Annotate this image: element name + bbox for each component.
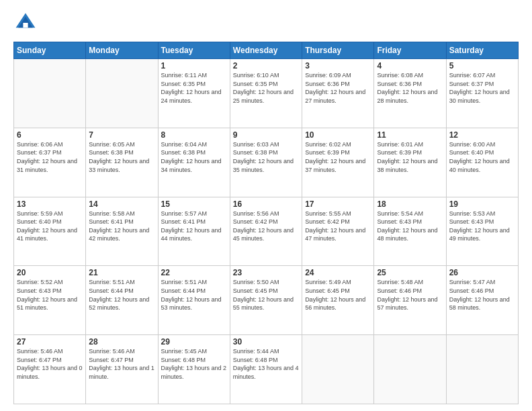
day-number: 24 xyxy=(305,268,371,277)
day-info: Sunrise: 5:50 AMSunset: 6:45 PMDaylight:… xyxy=(233,278,299,312)
calendar-cell: 17Sunrise: 5:55 AMSunset: 6:42 PMDayligh… xyxy=(302,197,374,266)
calendar-cell: 30Sunrise: 5:44 AMSunset: 6:48 PMDayligh… xyxy=(230,335,302,404)
calendar-cell: 3Sunrise: 6:09 AMSunset: 6:36 PMDaylight… xyxy=(302,59,374,128)
day-number: 28 xyxy=(89,337,154,347)
calendar-cell xyxy=(446,335,518,404)
week-row-2: 6Sunrise: 6:06 AMSunset: 6:37 PMDaylight… xyxy=(14,128,519,197)
day-info: Sunrise: 6:09 AMSunset: 6:36 PMDaylight:… xyxy=(305,71,371,105)
day-info: Sunrise: 6:05 AMSunset: 6:38 PMDaylight:… xyxy=(89,140,154,174)
day-info: Sunrise: 5:57 AMSunset: 6:41 PMDaylight:… xyxy=(161,210,227,243)
day-info: Sunrise: 5:53 AMSunset: 6:43 PMDaylight:… xyxy=(449,210,515,243)
day-number: 16 xyxy=(233,199,299,209)
day-number: 17 xyxy=(305,199,371,209)
day-info: Sunrise: 6:00 AMSunset: 6:40 PMDaylight:… xyxy=(449,140,515,174)
calendar-cell: 15Sunrise: 5:57 AMSunset: 6:41 PMDayligh… xyxy=(158,197,230,266)
day-number: 26 xyxy=(449,268,515,277)
day-info: Sunrise: 5:47 AMSunset: 6:46 PMDaylight:… xyxy=(449,278,515,312)
calendar-cell: 10Sunrise: 6:02 AMSunset: 6:39 PMDayligh… xyxy=(302,128,374,197)
page: SundayMondayTuesdayWednesdayThursdayFrid… xyxy=(0,0,532,411)
day-number: 1 xyxy=(161,61,227,71)
calendar-table: SundayMondayTuesdayWednesdayThursdayFrid… xyxy=(13,42,519,404)
day-info: Sunrise: 5:48 AMSunset: 6:46 PMDaylight:… xyxy=(377,278,443,312)
day-number: 11 xyxy=(377,130,443,140)
day-info: Sunrise: 5:56 AMSunset: 6:42 PMDaylight:… xyxy=(233,210,299,243)
day-info: Sunrise: 5:49 AMSunset: 6:45 PMDaylight:… xyxy=(305,278,371,312)
day-info: Sunrise: 5:55 AMSunset: 6:42 PMDaylight:… xyxy=(305,210,371,243)
day-number: 15 xyxy=(161,199,227,209)
day-info: Sunrise: 5:45 AMSunset: 6:48 PMDaylight:… xyxy=(161,347,227,381)
day-info: Sunrise: 5:59 AMSunset: 6:40 PMDaylight:… xyxy=(17,210,83,243)
calendar-cell: 2Sunrise: 6:10 AMSunset: 6:35 PMDaylight… xyxy=(230,59,302,128)
day-number: 9 xyxy=(233,130,299,140)
calendar-cell: 14Sunrise: 5:58 AMSunset: 6:41 PMDayligh… xyxy=(86,197,158,266)
calendar-cell: 26Sunrise: 5:47 AMSunset: 6:46 PMDayligh… xyxy=(446,266,518,335)
day-info: Sunrise: 6:07 AMSunset: 6:37 PMDaylight:… xyxy=(449,71,515,105)
day-number: 19 xyxy=(449,199,515,209)
calendar-cell: 24Sunrise: 5:49 AMSunset: 6:45 PMDayligh… xyxy=(302,266,374,335)
day-info: Sunrise: 6:08 AMSunset: 6:36 PMDaylight:… xyxy=(377,71,443,105)
day-info: Sunrise: 6:10 AMSunset: 6:35 PMDaylight:… xyxy=(233,71,299,105)
day-info: Sunrise: 6:06 AMSunset: 6:37 PMDaylight:… xyxy=(17,140,83,174)
weekday-monday: Monday xyxy=(86,42,158,59)
day-number: 23 xyxy=(233,268,299,277)
calendar-cell: 7Sunrise: 6:05 AMSunset: 6:38 PMDaylight… xyxy=(86,128,158,197)
calendar-cell: 29Sunrise: 5:45 AMSunset: 6:48 PMDayligh… xyxy=(158,335,230,404)
calendar-cell: 12Sunrise: 6:00 AMSunset: 6:40 PMDayligh… xyxy=(446,128,518,197)
day-info: Sunrise: 6:11 AMSunset: 6:35 PMDaylight:… xyxy=(161,71,227,105)
day-info: Sunrise: 5:54 AMSunset: 6:43 PMDaylight:… xyxy=(377,210,443,243)
weekday-header-row: SundayMondayTuesdayWednesdayThursdayFrid… xyxy=(14,42,519,59)
day-number: 8 xyxy=(161,130,227,140)
calendar-cell: 13Sunrise: 5:59 AMSunset: 6:40 PMDayligh… xyxy=(14,197,86,266)
calendar-cell: 21Sunrise: 5:51 AMSunset: 6:44 PMDayligh… xyxy=(86,266,158,335)
weekday-friday: Friday xyxy=(374,42,446,59)
day-number: 7 xyxy=(89,130,154,140)
day-number: 21 xyxy=(89,268,154,277)
day-number: 14 xyxy=(89,199,154,209)
calendar-cell xyxy=(374,335,446,404)
day-number: 29 xyxy=(161,337,227,347)
calendar-cell: 23Sunrise: 5:50 AMSunset: 6:45 PMDayligh… xyxy=(230,266,302,335)
day-number: 13 xyxy=(17,199,83,209)
day-number: 5 xyxy=(449,61,515,71)
calendar-cell: 6Sunrise: 6:06 AMSunset: 6:37 PMDaylight… xyxy=(14,128,86,197)
day-number: 27 xyxy=(17,337,83,347)
calendar-cell: 18Sunrise: 5:54 AMSunset: 6:43 PMDayligh… xyxy=(374,197,446,266)
day-number: 10 xyxy=(305,130,371,140)
weekday-tuesday: Tuesday xyxy=(158,42,230,59)
calendar-cell xyxy=(86,59,158,128)
calendar-cell: 20Sunrise: 5:52 AMSunset: 6:43 PMDayligh… xyxy=(14,266,86,335)
week-row-3: 13Sunrise: 5:59 AMSunset: 6:40 PMDayligh… xyxy=(14,197,519,266)
day-info: Sunrise: 6:04 AMSunset: 6:38 PMDaylight:… xyxy=(161,140,227,174)
calendar-cell: 9Sunrise: 6:03 AMSunset: 6:38 PMDaylight… xyxy=(230,128,302,197)
calendar-cell: 16Sunrise: 5:56 AMSunset: 6:42 PMDayligh… xyxy=(230,197,302,266)
weekday-saturday: Saturday xyxy=(446,42,518,59)
day-number: 4 xyxy=(377,61,443,71)
day-info: Sunrise: 6:02 AMSunset: 6:39 PMDaylight:… xyxy=(305,140,371,174)
day-info: Sunrise: 5:58 AMSunset: 6:41 PMDaylight:… xyxy=(89,210,154,243)
calendar-cell xyxy=(302,335,374,404)
calendar-cell: 8Sunrise: 6:04 AMSunset: 6:38 PMDaylight… xyxy=(158,128,230,197)
calendar-cell: 1Sunrise: 6:11 AMSunset: 6:35 PMDaylight… xyxy=(158,59,230,128)
logo xyxy=(13,11,40,35)
day-info: Sunrise: 5:51 AMSunset: 6:44 PMDaylight:… xyxy=(161,278,227,312)
calendar-cell: 5Sunrise: 6:07 AMSunset: 6:37 PMDaylight… xyxy=(446,59,518,128)
calendar-cell: 19Sunrise: 5:53 AMSunset: 6:43 PMDayligh… xyxy=(446,197,518,266)
day-info: Sunrise: 5:51 AMSunset: 6:44 PMDaylight:… xyxy=(89,278,154,312)
day-number: 18 xyxy=(377,199,443,209)
day-info: Sunrise: 5:44 AMSunset: 6:48 PMDaylight:… xyxy=(233,347,299,381)
day-number: 3 xyxy=(305,61,371,71)
day-number: 2 xyxy=(233,61,299,71)
day-number: 22 xyxy=(161,268,227,277)
calendar-cell: 22Sunrise: 5:51 AMSunset: 6:44 PMDayligh… xyxy=(158,266,230,335)
calendar-cell xyxy=(14,59,86,128)
day-info: Sunrise: 6:03 AMSunset: 6:38 PMDaylight:… xyxy=(233,140,299,174)
calendar-cell: 28Sunrise: 5:46 AMSunset: 6:47 PMDayligh… xyxy=(86,335,158,404)
week-row-5: 27Sunrise: 5:46 AMSunset: 6:47 PMDayligh… xyxy=(14,335,519,404)
week-row-1: 1Sunrise: 6:11 AMSunset: 6:35 PMDaylight… xyxy=(14,59,519,128)
weekday-thursday: Thursday xyxy=(302,42,374,59)
svg-rect-2 xyxy=(23,23,28,28)
day-number: 30 xyxy=(233,337,299,347)
week-row-4: 20Sunrise: 5:52 AMSunset: 6:43 PMDayligh… xyxy=(14,266,519,335)
day-number: 12 xyxy=(449,130,515,140)
header xyxy=(13,11,519,35)
